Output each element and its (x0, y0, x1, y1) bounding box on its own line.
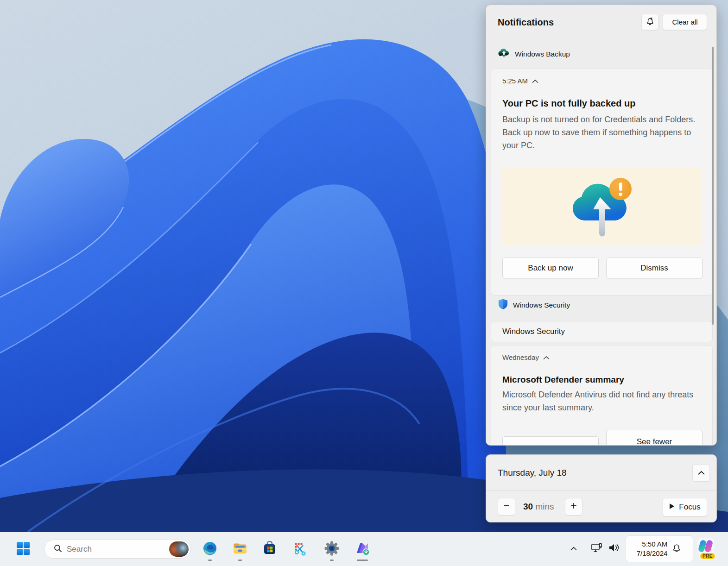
shield-icon (498, 298, 508, 312)
focus-plus-button[interactable] (565, 498, 582, 516)
focus-minus-button[interactable] (498, 498, 515, 516)
group-header-windows-security[interactable]: Windows Security (498, 298, 570, 312)
calendar-divider (486, 490, 716, 491)
backup-hero-image (502, 167, 702, 245)
scrollbar-thumb[interactable] (712, 47, 714, 325)
do-not-disturb-button[interactable] (641, 14, 658, 30)
download-badge (363, 549, 369, 555)
notification-time: 5:25 AM (502, 77, 528, 85)
calendar-flyout: Thursday, July 18 30 mins Focus (486, 454, 717, 522)
play-icon (669, 503, 675, 512)
network-button[interactable] (589, 541, 603, 556)
notification-title: Your PC is not fully backed up (502, 98, 635, 109)
search-input[interactable] (67, 545, 169, 554)
notification-body: Microsoft Defender Antivirus did not fin… (502, 388, 707, 414)
volume-icon (608, 541, 620, 556)
calendar-date: Thursday, July 18 (498, 468, 567, 478)
defender-notification-card[interactable]: Wednesday Microsoft Defender summary Mic… (491, 345, 713, 446)
clock-time: 5:50 AM (637, 540, 668, 549)
plus-icon (570, 503, 577, 511)
chevron-up-icon[interactable] (543, 353, 550, 361)
volume-button[interactable] (606, 541, 621, 556)
group-label: Windows Backup (515, 50, 570, 58)
see-fewer-label: See fewer (637, 437, 672, 446)
chevron-up-icon (698, 469, 705, 477)
minus-icon (503, 503, 510, 511)
chevron-up-icon[interactable] (532, 77, 538, 85)
notification-bell-icon (671, 542, 682, 555)
bell-snooze-icon (645, 16, 655, 28)
notification-time-row[interactable]: 5:25 AM (502, 77, 538, 85)
back-up-now-button[interactable]: Back up now (502, 258, 599, 278)
clock-date: 7/18/2024 (637, 549, 668, 558)
clock-flyout-button[interactable]: 5:50 AM 7/18/2024 (626, 535, 693, 562)
see-fewer-button[interactable]: See fewer (606, 430, 703, 446)
desktop: Notifications Clear all (0, 0, 728, 566)
clear-all-button[interactable]: Clear all (663, 14, 707, 30)
dismiss-label: Dismiss (640, 264, 668, 273)
bing-daily-image[interactable] (169, 541, 189, 557)
group-label: Windows Security (513, 301, 570, 309)
group-header-windows-backup[interactable]: Windows Backup (498, 48, 570, 61)
dismiss-label: Dismiss (537, 444, 564, 446)
notification-body: Backup is not turned on for Credentials … (502, 113, 707, 152)
notification-day-row[interactable]: Wednesday (502, 353, 550, 361)
settings-icon[interactable] (324, 541, 339, 556)
clear-all-label: Clear all (672, 18, 697, 26)
notification-center: Notifications Clear all (486, 5, 717, 446)
hidden-icons-button[interactable] (568, 543, 579, 554)
windows-logo-icon (16, 549, 31, 557)
active-app-indicator (357, 560, 368, 561)
clock: 5:50 AM 7/18/2024 (637, 540, 668, 558)
running-indicator (208, 560, 212, 561)
start-button[interactable] (16, 541, 31, 556)
duration-unit: mins (535, 502, 554, 511)
file-explorer-icon[interactable] (233, 541, 247, 556)
notification-title: Microsoft Defender summary (502, 375, 624, 385)
running-indicator (238, 560, 242, 561)
notifications-title: Notifications (498, 17, 554, 28)
running-indicator (330, 560, 334, 561)
snipping-tool-icon[interactable] (292, 541, 307, 556)
notification-day: Wednesday (502, 353, 539, 361)
cloud-upload-alert-illustration (563, 170, 642, 242)
backup-dismiss-button[interactable]: Dismiss (606, 258, 703, 278)
focus-label: Focus (679, 503, 700, 512)
back-up-now-label: Back up now (528, 264, 573, 273)
security-collapsed-card[interactable]: Windows Security (491, 321, 713, 342)
focus-button[interactable]: Focus (663, 498, 707, 516)
search-icon (54, 544, 62, 554)
search-box[interactable] (44, 540, 191, 559)
chevron-up-icon (570, 544, 577, 553)
cloud-upload-icon (498, 48, 510, 61)
duration-value: 30 (523, 502, 533, 511)
copilot-preview-badge: PRE (699, 552, 716, 560)
edge-icon[interactable] (203, 541, 217, 556)
calendar-collapse-button[interactable] (692, 464, 710, 482)
security-collapsed-title: Windows Security (502, 327, 565, 336)
notification-header: Notifications Clear all (486, 5, 716, 41)
microsoft-store-icon[interactable] (262, 541, 277, 556)
focus-duration: 30 mins (523, 502, 554, 512)
network-icon (590, 541, 603, 556)
microsoft-365-icon[interactable] (355, 541, 370, 556)
backup-notification-card[interactable]: 5:25 AM Your PC is not fully backed up B… (491, 69, 713, 296)
defender-dismiss-button[interactable]: Dismiss (502, 436, 599, 446)
